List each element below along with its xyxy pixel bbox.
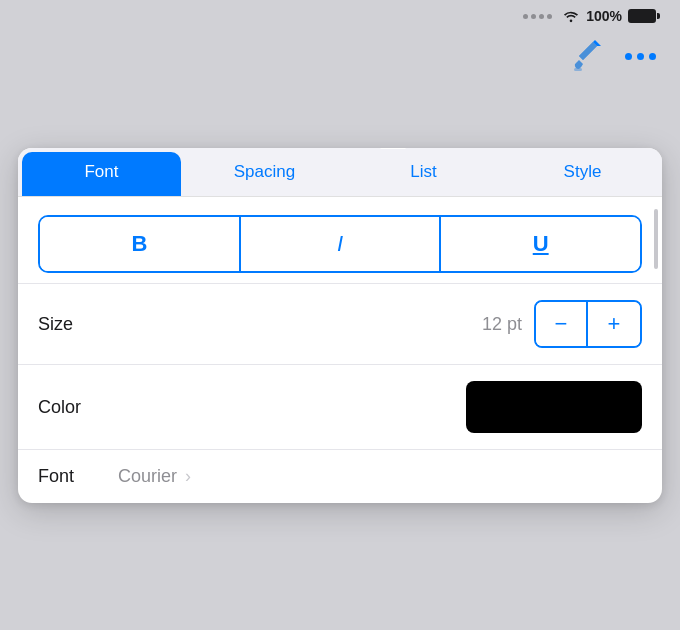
color-row: Color (18, 364, 662, 449)
toolbar (0, 28, 680, 88)
size-label: Size (38, 314, 118, 335)
color-swatch[interactable] (466, 381, 642, 433)
chevron-right-icon: › (185, 466, 191, 487)
dot-3 (539, 14, 544, 19)
more-options-button[interactable] (625, 53, 656, 60)
tab-font[interactable]: Font (22, 152, 181, 196)
underline-button[interactable]: U (441, 217, 640, 271)
tab-style[interactable]: Style (503, 148, 662, 196)
size-value: 12 pt (118, 314, 522, 335)
font-value: Courier (118, 466, 177, 487)
size-decrement-button[interactable]: − (536, 302, 588, 346)
wifi-icon (562, 9, 580, 23)
font-row[interactable]: Font Courier › (18, 449, 662, 503)
battery-percentage: 100% (586, 8, 622, 24)
tab-spacing[interactable]: Spacing (185, 148, 344, 196)
scrollbar[interactable] (654, 209, 658, 269)
color-label: Color (38, 397, 118, 418)
italic-button[interactable]: I (241, 217, 442, 271)
font-value-row: Courier › (118, 466, 191, 487)
size-increment-button[interactable]: + (588, 302, 640, 346)
more-dot-2 (637, 53, 644, 60)
more-dot-3 (649, 53, 656, 60)
italic-label: I (337, 231, 343, 256)
dot-4 (547, 14, 552, 19)
size-stepper: − + (534, 300, 642, 348)
battery-icon (628, 9, 660, 23)
underline-label: U (533, 231, 549, 256)
text-format-row: B I U (38, 215, 642, 273)
dot-2 (531, 14, 536, 19)
content-area: B I U Size 12 pt − + Color (18, 197, 662, 503)
tab-list[interactable]: List (344, 148, 503, 196)
svg-rect-0 (574, 68, 582, 71)
more-dot-1 (625, 53, 632, 60)
tab-bar: Font Spacing List Style (18, 148, 662, 197)
bold-button[interactable]: B (40, 217, 241, 271)
size-row: Size 12 pt − + (18, 283, 662, 364)
status-bar: 100% (0, 0, 680, 28)
bold-label: B (131, 231, 147, 256)
format-popover: Font Spacing List Style B I U Size 12 pt… (18, 148, 662, 503)
dot-1 (523, 14, 528, 19)
signal-bars (523, 14, 552, 19)
font-label: Font (38, 466, 118, 487)
paint-brush-icon[interactable] (565, 36, 605, 76)
